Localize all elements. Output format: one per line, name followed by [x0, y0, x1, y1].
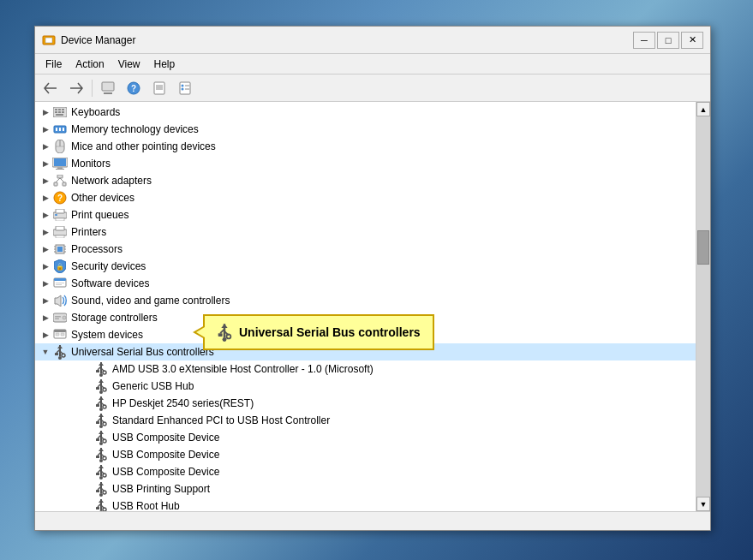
svg-rect-18	[62, 109, 64, 110]
list-item[interactable]: ▶ Standard Enhanced PCI to USB Host Cont…	[35, 412, 696, 429]
svg-point-124	[99, 476, 103, 480]
usb-device-icon	[93, 465, 109, 479]
menu-action[interactable]: Action	[69, 57, 111, 72]
update-driver-button[interactable]: ?	[122, 78, 146, 98]
svg-rect-21	[62, 111, 64, 113]
device-tree: ▶ Keyboards ▶ Memory technology devices	[35, 102, 696, 511]
svg-rect-58	[54, 278, 66, 281]
item-label: AMD USB 3.0 eXtensible Host Controller -…	[112, 363, 374, 375]
list-item[interactable]: ▶ AMD USB 3.0 eXtensible Host Controller…	[35, 360, 696, 378]
svg-rect-136	[96, 507, 99, 509]
svg-marker-119	[99, 465, 104, 468]
svg-rect-43	[56, 218, 64, 221]
list-item[interactable]: ▶ Memory technology devices	[35, 121, 696, 138]
usb-device-icon	[93, 482, 109, 496]
scrollbar-thumb[interactable]	[697, 230, 709, 265]
svg-line-38	[60, 178, 64, 182]
svg-point-81	[103, 371, 106, 374]
list-item[interactable]: ▶ USB Composite Device	[35, 446, 696, 463]
scroll-down-button[interactable]: ▼	[696, 497, 710, 511]
list-item[interactable]: ▶ Print queues	[35, 206, 696, 223]
svg-rect-115	[96, 456, 99, 458]
scrollbar-track[interactable]	[696, 116, 710, 497]
svg-rect-31	[54, 158, 66, 166]
list-item[interactable]: ▶ USB Composite Device	[35, 429, 696, 446]
minimize-button[interactable]: ─	[633, 32, 655, 49]
usb-device-icon	[93, 396, 109, 410]
collapse-icon: ▶	[39, 311, 52, 325]
svg-rect-44	[55, 214, 57, 216]
storage-icon	[52, 311, 68, 325]
item-label: System devices	[71, 329, 143, 341]
svg-rect-66	[54, 330, 66, 332]
svg-rect-80	[96, 370, 99, 372]
item-label: Universal Serial Bus controllers	[71, 346, 214, 358]
svg-rect-3	[104, 92, 112, 94]
svg-rect-34	[57, 175, 63, 178]
menu-bar: File Action View Help	[35, 54, 710, 74]
close-button[interactable]: ✕	[681, 32, 703, 49]
maximize-button[interactable]: □	[657, 32, 679, 49]
svg-rect-32	[57, 167, 63, 169]
properties-button[interactable]	[173, 78, 197, 98]
back-button[interactable]	[39, 78, 63, 98]
keyboard-icon	[52, 105, 68, 119]
list-item[interactable]: ▶ USB Printing Support	[35, 480, 696, 497]
svg-text:?: ?	[57, 194, 63, 203]
software-devices-icon	[52, 277, 68, 290]
list-item[interactable]: ▶ USB Root Hub	[35, 497, 696, 511]
tree-panel[interactable]: ▶ Keyboards ▶ Memory technology devices	[35, 102, 696, 511]
svg-point-103	[99, 425, 103, 428]
svg-point-116	[103, 456, 106, 460]
item-label: Network adapters	[71, 175, 152, 187]
menu-help[interactable]: Help	[147, 57, 182, 72]
svg-rect-42	[56, 209, 64, 213]
item-label: USB Composite Device	[112, 449, 219, 461]
list-item[interactable]: ▶ Monitors	[35, 155, 696, 172]
svg-rect-10	[180, 82, 190, 94]
vertical-scrollbar[interactable]: ▲ ▼	[696, 102, 710, 511]
svg-point-62	[63, 316, 66, 319]
list-item[interactable]: ▶ Network adapters	[35, 172, 696, 189]
forward-button[interactable]	[64, 78, 88, 98]
list-item[interactable]: ▶ Sound, video and game controllers	[35, 292, 696, 309]
svg-rect-68	[61, 333, 64, 336]
svg-point-123	[103, 474, 106, 477]
menu-view[interactable]: View	[111, 57, 147, 72]
item-label: Print queues	[71, 209, 128, 221]
list-item[interactable]: ▶ Mice and other pointing devices	[35, 138, 696, 155]
collapse-icon: ▶	[39, 225, 52, 239]
toolbar: ?	[35, 74, 710, 102]
list-item[interactable]: ▶ 🔒 Security devices	[35, 258, 696, 275]
svg-rect-19	[55, 111, 57, 113]
list-item[interactable]: ▶ Processors	[35, 241, 696, 258]
show-hide-button[interactable]	[96, 78, 120, 98]
scroll-up-button[interactable]: ▲	[696, 102, 710, 116]
list-item[interactable]: ▶ Keyboards	[35, 104, 696, 121]
item-label: Mice and other pointing devices	[71, 140, 216, 152]
svg-rect-22	[56, 114, 63, 116]
item-label: HP Deskjet 2540 series(REST)	[112, 397, 254, 409]
svg-rect-67	[56, 333, 59, 336]
sound-icon	[52, 294, 68, 307]
svg-point-109	[103, 439, 106, 443]
list-item[interactable]: ▶ HP Deskjet 2540 series(REST)	[35, 395, 696, 412]
svg-marker-70	[57, 345, 63, 349]
item-label: Printers	[71, 226, 106, 238]
item-label: Storage controllers	[71, 312, 158, 324]
collapse-icon: ▶	[39, 122, 52, 136]
usb-device-icon	[93, 431, 109, 444]
list-item[interactable]: ▶ Software devices	[35, 275, 696, 292]
driver-signing-button[interactable]	[147, 78, 171, 98]
svg-rect-108	[96, 438, 99, 441]
list-item[interactable]: ▶ Generic USB Hub	[35, 378, 696, 395]
svg-point-89	[99, 390, 103, 394]
menu-file[interactable]: File	[39, 57, 69, 72]
list-item[interactable]: ▶ USB Composite Device	[35, 463, 696, 480]
network-icon	[52, 174, 68, 188]
svg-rect-17	[58, 109, 61, 110]
list-item[interactable]: ▶ Printers	[35, 223, 696, 241]
list-item[interactable]: ▶ ? Other devices	[35, 189, 696, 206]
svg-point-95	[103, 405, 106, 408]
svg-marker-133	[99, 499, 104, 503]
